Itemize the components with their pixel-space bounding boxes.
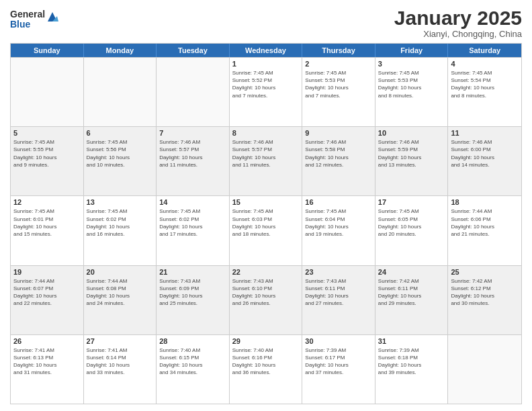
- header-monday: Monday: [84, 44, 157, 57]
- cal-cell-3-2: 21Sunrise: 7:43 AM Sunset: 6:09 PM Dayli…: [157, 266, 230, 334]
- day-num-4-3: 29: [232, 337, 300, 345]
- cal-cell-0-1: [84, 58, 157, 126]
- cal-cell-3-0: 19Sunrise: 7:44 AM Sunset: 6:07 PM Dayli…: [11, 266, 84, 334]
- day-num-4-4: 30: [305, 337, 372, 345]
- day-num-3-5: 24: [378, 268, 445, 276]
- cal-cell-0-3: 1Sunrise: 7:45 AM Sunset: 5:52 PM Daylig…: [230, 58, 303, 126]
- day-detail-3-0: Sunrise: 7:44 AM Sunset: 6:07 PM Dayligh…: [13, 277, 81, 308]
- subtitle: Xianyi, Chongqing, China: [394, 29, 522, 39]
- header-friday: Friday: [375, 44, 449, 57]
- cal-cell-4-1: 27Sunrise: 7:41 AM Sunset: 6:14 PM Dayli…: [84, 335, 157, 404]
- cal-cell-1-3: 8Sunrise: 7:46 AM Sunset: 5:57 PM Daylig…: [230, 127, 303, 195]
- day-detail-2-5: Sunrise: 7:45 AM Sunset: 6:05 PM Dayligh…: [378, 208, 445, 238]
- day-num-0-5: 3: [378, 60, 445, 68]
- day-detail-1-2: Sunrise: 7:46 AM Sunset: 5:57 PM Dayligh…: [159, 138, 226, 169]
- day-detail-4-1: Sunrise: 7:41 AM Sunset: 6:14 PM Dayligh…: [87, 347, 154, 377]
- day-detail-1-1: Sunrise: 7:45 AM Sunset: 5:56 PM Dayligh…: [87, 138, 154, 169]
- day-num-3-6: 25: [451, 268, 519, 276]
- day-num-1-3: 8: [232, 129, 300, 137]
- day-num-2-0: 12: [13, 198, 81, 206]
- header: General Blue January 2025 Xianyi, Chongq…: [10, 7, 522, 39]
- day-detail-4-5: Sunrise: 7:39 AM Sunset: 6:18 PM Dayligh…: [378, 347, 445, 377]
- cal-cell-3-1: 20Sunrise: 7:44 AM Sunset: 6:08 PM Dayli…: [84, 266, 157, 334]
- cal-cell-1-5: 10Sunrise: 7:46 AM Sunset: 5:59 PM Dayli…: [375, 127, 449, 195]
- header-tuesday: Tuesday: [157, 44, 230, 57]
- cal-cell-4-2: 28Sunrise: 7:40 AM Sunset: 6:15 PM Dayli…: [157, 335, 230, 404]
- day-detail-3-3: Sunrise: 7:43 AM Sunset: 6:10 PM Dayligh…: [232, 277, 300, 308]
- day-num-3-4: 23: [305, 268, 372, 276]
- day-detail-4-0: Sunrise: 7:41 AM Sunset: 6:13 PM Dayligh…: [13, 347, 81, 377]
- day-detail-2-2: Sunrise: 7:45 AM Sunset: 6:02 PM Dayligh…: [159, 208, 226, 238]
- cal-cell-0-6: 4Sunrise: 7:45 AM Sunset: 5:54 PM Daylig…: [448, 58, 521, 126]
- cal-cell-2-1: 13Sunrise: 7:45 AM Sunset: 6:02 PM Dayli…: [84, 196, 157, 265]
- day-detail-1-5: Sunrise: 7:46 AM Sunset: 5:59 PM Dayligh…: [378, 138, 445, 169]
- day-detail-1-0: Sunrise: 7:45 AM Sunset: 5:55 PM Dayligh…: [13, 138, 81, 169]
- day-detail-0-6: Sunrise: 7:45 AM Sunset: 5:54 PM Dayligh…: [451, 69, 519, 99]
- day-detail-3-6: Sunrise: 7:42 AM Sunset: 6:12 PM Dayligh…: [451, 277, 519, 308]
- cal-cell-4-6: [448, 335, 521, 404]
- cal-cell-2-6: 18Sunrise: 7:44 AM Sunset: 6:06 PM Dayli…: [448, 196, 521, 265]
- day-detail-3-4: Sunrise: 7:43 AM Sunset: 6:11 PM Dayligh…: [305, 277, 372, 308]
- cal-row-1: 5Sunrise: 7:45 AM Sunset: 5:55 PM Daylig…: [11, 126, 521, 195]
- logo-icon: [46, 11, 58, 23]
- cal-cell-1-0: 5Sunrise: 7:45 AM Sunset: 5:55 PM Daylig…: [11, 127, 84, 195]
- day-num-4-1: 27: [87, 337, 154, 345]
- day-detail-2-4: Sunrise: 7:45 AM Sunset: 6:04 PM Dayligh…: [305, 208, 372, 238]
- day-detail-3-1: Sunrise: 7:44 AM Sunset: 6:08 PM Dayligh…: [87, 277, 154, 308]
- logo-blue: Blue: [10, 19, 45, 30]
- day-num-3-1: 20: [87, 268, 154, 276]
- cal-row-3: 19Sunrise: 7:44 AM Sunset: 6:07 PM Dayli…: [11, 265, 521, 334]
- day-num-0-4: 2: [305, 60, 372, 68]
- logo: General Blue: [10, 9, 58, 30]
- day-detail-4-2: Sunrise: 7:40 AM Sunset: 6:15 PM Dayligh…: [159, 347, 226, 377]
- cal-cell-1-6: 11Sunrise: 7:46 AM Sunset: 6:00 PM Dayli…: [448, 127, 521, 195]
- month-title: January 2025: [394, 7, 522, 29]
- day-detail-2-3: Sunrise: 7:45 AM Sunset: 6:03 PM Dayligh…: [232, 208, 300, 238]
- cal-row-2: 12Sunrise: 7:45 AM Sunset: 6:01 PM Dayli…: [11, 195, 521, 265]
- calendar-header: Sunday Monday Tuesday Wednesday Thursday…: [11, 44, 521, 57]
- day-num-0-3: 1: [232, 60, 300, 68]
- header-saturday: Saturday: [448, 44, 521, 57]
- day-num-1-1: 6: [87, 129, 154, 137]
- page: General Blue January 2025 Xianyi, Chongq…: [0, 0, 532, 411]
- cal-cell-0-5: 3Sunrise: 7:45 AM Sunset: 5:53 PM Daylig…: [375, 58, 449, 126]
- day-detail-0-5: Sunrise: 7:45 AM Sunset: 5:53 PM Dayligh…: [378, 69, 445, 99]
- cal-cell-1-1: 6Sunrise: 7:45 AM Sunset: 5:56 PM Daylig…: [84, 127, 157, 195]
- cal-cell-3-4: 23Sunrise: 7:43 AM Sunset: 6:11 PM Dayli…: [302, 266, 375, 334]
- day-num-1-0: 5: [13, 129, 81, 137]
- cal-cell-3-5: 24Sunrise: 7:42 AM Sunset: 6:11 PM Dayli…: [375, 266, 449, 334]
- cal-cell-0-4: 2Sunrise: 7:45 AM Sunset: 5:53 PM Daylig…: [302, 58, 375, 126]
- day-detail-1-3: Sunrise: 7:46 AM Sunset: 5:57 PM Dayligh…: [232, 138, 300, 169]
- day-num-1-2: 7: [159, 129, 226, 137]
- calendar-body: 1Sunrise: 7:45 AM Sunset: 5:52 PM Daylig…: [11, 57, 521, 404]
- logo-general: General: [10, 9, 45, 19]
- day-detail-1-6: Sunrise: 7:46 AM Sunset: 6:00 PM Dayligh…: [451, 138, 519, 169]
- cal-cell-0-0: [11, 58, 84, 126]
- day-num-2-5: 17: [378, 198, 445, 206]
- day-detail-2-0: Sunrise: 7:45 AM Sunset: 6:01 PM Dayligh…: [13, 208, 81, 238]
- day-num-3-0: 19: [13, 268, 81, 276]
- day-detail-4-3: Sunrise: 7:40 AM Sunset: 6:16 PM Dayligh…: [232, 347, 300, 377]
- cal-cell-0-2: [157, 58, 230, 126]
- cal-cell-1-4: 9Sunrise: 7:46 AM Sunset: 5:58 PM Daylig…: [302, 127, 375, 195]
- day-num-0-6: 4: [451, 60, 519, 68]
- cal-cell-4-5: 31Sunrise: 7:39 AM Sunset: 6:18 PM Dayli…: [375, 335, 449, 404]
- day-num-1-6: 11: [451, 129, 519, 137]
- title-block: January 2025 Xianyi, Chongqing, China: [394, 7, 522, 39]
- day-detail-3-5: Sunrise: 7:42 AM Sunset: 6:11 PM Dayligh…: [378, 277, 445, 308]
- day-detail-0-3: Sunrise: 7:45 AM Sunset: 5:52 PM Dayligh…: [232, 69, 300, 99]
- header-wednesday: Wednesday: [230, 44, 303, 57]
- cal-cell-2-4: 16Sunrise: 7:45 AM Sunset: 6:04 PM Dayli…: [302, 196, 375, 265]
- day-detail-1-4: Sunrise: 7:46 AM Sunset: 5:58 PM Dayligh…: [305, 138, 372, 169]
- day-num-2-2: 14: [159, 198, 226, 206]
- day-detail-2-6: Sunrise: 7:44 AM Sunset: 6:06 PM Dayligh…: [451, 208, 519, 238]
- cal-cell-2-2: 14Sunrise: 7:45 AM Sunset: 6:02 PM Dayli…: [157, 196, 230, 265]
- cal-cell-1-2: 7Sunrise: 7:46 AM Sunset: 5:57 PM Daylig…: [157, 127, 230, 195]
- day-detail-4-4: Sunrise: 7:39 AM Sunset: 6:17 PM Dayligh…: [305, 347, 372, 377]
- day-num-1-5: 10: [378, 129, 445, 137]
- cal-cell-4-0: 26Sunrise: 7:41 AM Sunset: 6:13 PM Dayli…: [11, 335, 84, 404]
- day-num-1-4: 9: [305, 129, 372, 137]
- day-num-4-0: 26: [13, 337, 81, 345]
- day-num-4-2: 28: [159, 337, 226, 345]
- day-detail-0-4: Sunrise: 7:45 AM Sunset: 5:53 PM Dayligh…: [305, 69, 372, 99]
